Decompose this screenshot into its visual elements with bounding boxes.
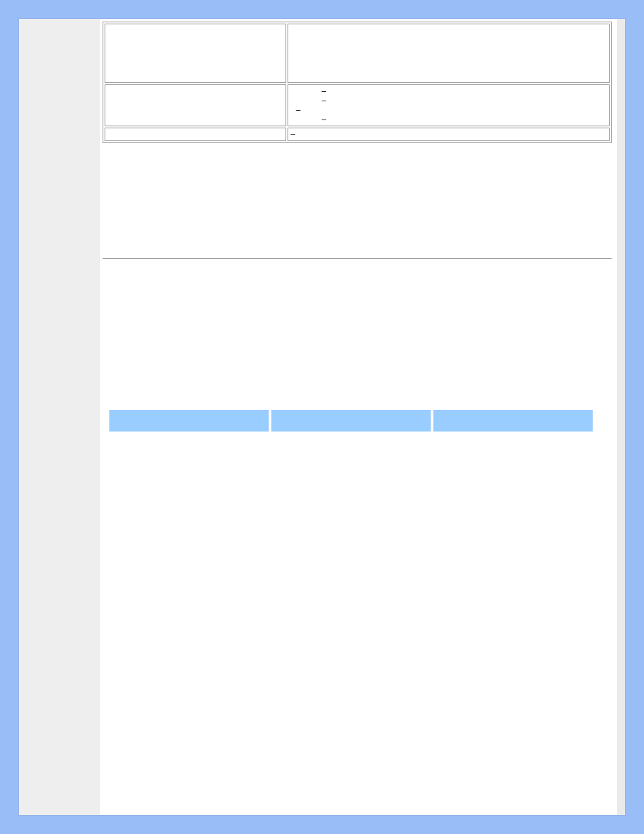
tabs-row <box>107 407 595 434</box>
table-row <box>105 84 610 126</box>
tab[interactable] <box>433 410 593 432</box>
data-table: – <box>103 22 612 143</box>
separator <box>103 258 612 259</box>
main-content: – <box>100 19 617 815</box>
list-item <box>296 105 606 115</box>
cell-label <box>105 24 286 83</box>
cell-label <box>105 84 286 126</box>
tab[interactable] <box>271 410 431 432</box>
list-item <box>310 86 606 96</box>
table-row <box>105 24 610 83</box>
cell-label <box>105 128 286 141</box>
tab[interactable] <box>109 410 269 432</box>
table-row: – <box>105 128 610 141</box>
cell-value <box>288 84 610 126</box>
list-item <box>310 115 606 124</box>
cell-value: – <box>288 128 610 141</box>
list-item <box>310 96 606 105</box>
sub-list <box>291 86 606 124</box>
right-gutter <box>617 19 625 815</box>
sidebar <box>19 19 100 815</box>
page-frame: – <box>19 19 625 815</box>
cell-value <box>288 24 610 83</box>
